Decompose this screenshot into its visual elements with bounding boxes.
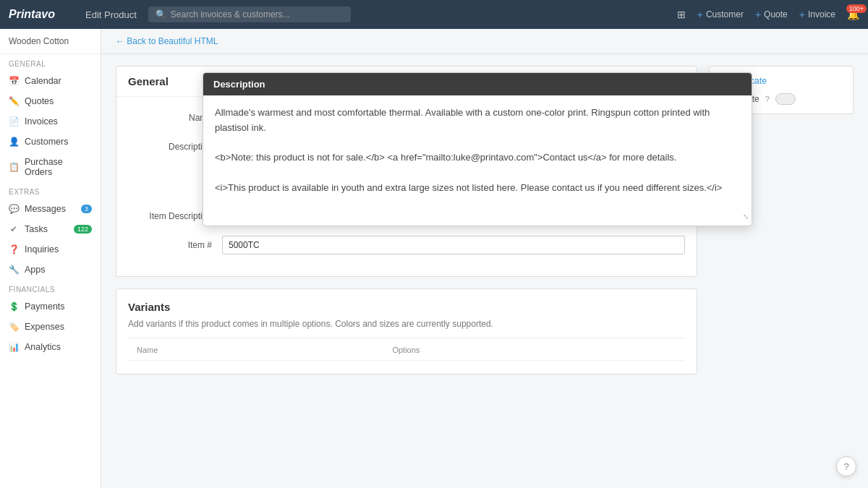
variants-card: Variants Add variants if this product co…	[116, 288, 697, 374]
payments-icon: 💲	[9, 301, 19, 312]
deactivate-toggle[interactable]	[775, 93, 796, 105]
notification-badge: 100+	[846, 4, 867, 13]
messages-icon: 💬	[9, 204, 19, 214]
sidebar-item-quotes[interactable]: ✏️ Quotes	[0, 91, 101, 111]
sidebar-item-apps[interactable]: 🔧 Apps	[0, 260, 101, 280]
invoices-icon: 📄	[9, 116, 19, 127]
sidebar-item-messages[interactable]: 💬 Messages 3	[0, 199, 101, 219]
col-name: Name	[129, 340, 383, 361]
sidebar-item-invoices[interactable]: 📄 Invoices	[0, 111, 101, 132]
quotes-icon: ✏️	[9, 96, 19, 106]
item-num-input[interactable]	[222, 236, 685, 254]
section-label-general: GENERAL	[0, 54, 101, 71]
popup-header: Description	[203, 73, 752, 95]
back-link[interactable]: ← Back to Beautiful HTML	[116, 36, 218, 46]
variants-table: Name Options	[128, 338, 685, 362]
sidebar-item-payments[interactable]: 💲 Payments	[0, 296, 101, 317]
notifications-icon[interactable]: 🔔 100+	[847, 9, 859, 20]
col-options: Options	[385, 340, 684, 361]
customers-icon: 👤	[9, 137, 19, 147]
search-input[interactable]	[171, 9, 344, 20]
item-num-row: Item #	[128, 236, 685, 254]
tasks-badge: 122	[74, 225, 92, 234]
sidebar-section-general: GENERAL 📅 Calendar ✏️ Quotes 📄 Invoices …	[0, 54, 101, 182]
calendar-icon: 📅	[9, 76, 19, 86]
plus-icon: +	[755, 9, 761, 20]
help-tooltip-icon: ?	[765, 95, 770, 103]
grid-icon[interactable]: ⊞	[677, 9, 686, 20]
sidebar-item-analytics[interactable]: 📊 Analytics	[0, 337, 101, 357]
sidebar-section-extras: EXTRAS 💬 Messages 3 ✔ Tasks 122 ❓ Inquir…	[0, 182, 101, 280]
sidebar-item-calendar[interactable]: 📅 Calendar	[0, 71, 101, 91]
page-title: Edit Product	[85, 9, 137, 20]
inquiries-icon: ❓	[9, 244, 19, 254]
expenses-icon: 🏷️	[9, 322, 19, 332]
breadcrumb: ← Back to Beautiful HTML	[101, 29, 868, 54]
apps-icon: 🔧	[9, 265, 19, 275]
resize-handle-icon: ⤡	[743, 211, 749, 223]
sidebar-item-expenses[interactable]: 🏷️ Expenses	[0, 317, 101, 337]
nav-actions: ⊞ + Customer + Quote + Invoice 🔔 100+	[677, 9, 859, 20]
main-layout: Wooden Cotton GENERAL 📅 Calendar ✏️ Quot…	[0, 29, 868, 488]
popup-line2: <b>Note: this product is not for sale.</…	[215, 150, 740, 166]
app-logo: Printavo	[9, 8, 74, 21]
purchase-orders-icon: 📋	[9, 162, 19, 172]
popup-line3: <i>This product is available in youth an…	[215, 181, 740, 196]
variants-desc: Add variants if this product comes in mu…	[128, 319, 685, 329]
sidebar-item-purchase-orders[interactable]: 📋 Purchase Orders	[0, 152, 101, 182]
section-label-extras: EXTRAS	[0, 182, 101, 199]
top-nav: Printavo Edit Product 🔍 ⊞ + Customer + Q…	[0, 0, 868, 29]
section-label-financials: FINANCIALS	[0, 280, 101, 296]
search-bar: 🔍	[148, 7, 351, 22]
messages-badge: 3	[81, 205, 92, 213]
analytics-icon: 📊	[9, 342, 19, 352]
description-popup: Description Allmade's warmest and most c…	[203, 72, 752, 226]
search-icon: 🔍	[156, 9, 166, 20]
popup-body[interactable]: Allmade's warmest and most comfortable t…	[203, 95, 752, 226]
help-button[interactable]: ?	[836, 456, 856, 476]
variants-card-body: Variants Add variants if this product co…	[116, 289, 697, 374]
add-quote-button[interactable]: + Quote	[755, 9, 788, 20]
sidebar-item-inquiries[interactable]: ❓ Inquiries	[0, 239, 101, 260]
add-invoice-button[interactable]: + Invoice	[799, 9, 835, 20]
sidebar: Wooden Cotton GENERAL 📅 Calendar ✏️ Quot…	[0, 29, 101, 488]
add-customer-button[interactable]: + Customer	[697, 9, 744, 20]
item-num-label: Item #	[128, 236, 222, 250]
popup-line1: Allmade's warmest and most comfortable t…	[215, 106, 740, 136]
plus-icon: +	[697, 9, 703, 20]
plus-icon: +	[799, 9, 805, 20]
tasks-icon: ✔	[9, 224, 19, 234]
variants-title: Variants	[128, 301, 685, 313]
sidebar-item-tasks[interactable]: ✔ Tasks 122	[0, 219, 101, 239]
main-content: ← Back to Beautiful HTML General Name De…	[101, 29, 868, 488]
sidebar-section-financials: FINANCIALS 💲 Payments 🏷️ Expenses 📊 Anal…	[0, 280, 101, 357]
sidebar-item-customers[interactable]: 👤 Customers	[0, 132, 101, 152]
company-name: Wooden Cotton	[0, 29, 101, 54]
